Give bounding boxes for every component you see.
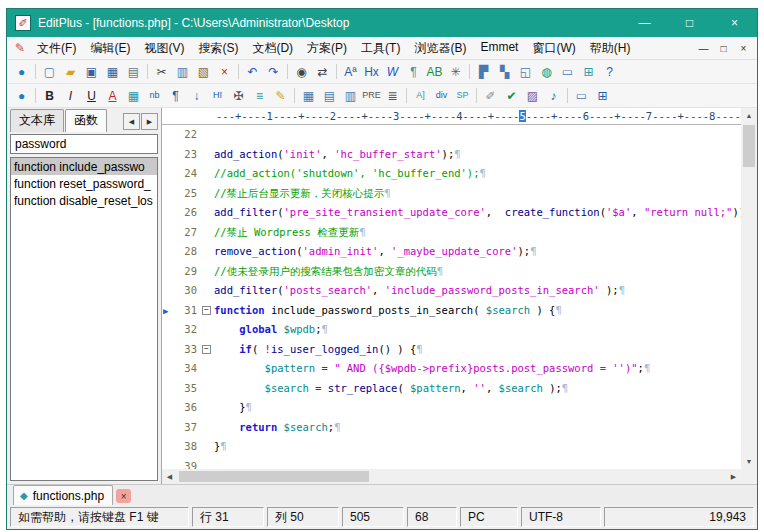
fold-collapse-icon[interactable]: −: [202, 306, 211, 315]
scroll-left-icon[interactable]: ◀: [162, 469, 177, 484]
edit-tag-icon[interactable]: ✎: [270, 86, 291, 106]
code-text[interactable]: return $search;¶: [214, 418, 741, 438]
menu-item[interactable]: 文件(F): [30, 37, 83, 60]
code-text[interactable]: add_filter('pre_site_transient_update_co…: [214, 203, 741, 223]
split-window-icon[interactable]: ▛: [473, 62, 494, 82]
div-tag-icon[interactable]: div: [431, 86, 452, 106]
window-list-icon[interactable]: ▚: [494, 62, 515, 82]
syntax-check-icon[interactable]: ✔: [501, 86, 522, 106]
vertical-scrollbar[interactable]: ▲ ▼: [741, 108, 757, 469]
tag-wrap-icon[interactable]: A]: [410, 86, 431, 106]
code-text[interactable]: //add_action('shutdown', 'hc_buffer_end'…: [214, 164, 741, 184]
image-tag-icon[interactable]: ▨: [522, 86, 543, 106]
cut-icon[interactable]: ✂: [151, 62, 172, 82]
code-text[interactable]: //使未登录用户的搜索结果包含加密文章的代码¶: [214, 262, 741, 282]
function-list-item[interactable]: function disable_reset_los: [11, 192, 157, 209]
minimize-button[interactable]: —: [622, 9, 667, 37]
menu-item[interactable]: 视图(V): [137, 37, 191, 60]
span-tag-icon[interactable]: SP: [452, 86, 473, 106]
column-ruler[interactable]: ---+----1----+----2----+----3----+----4-…: [162, 108, 741, 125]
paste-icon[interactable]: ▧: [193, 62, 214, 82]
menu-item[interactable]: 方案(P): [300, 37, 354, 60]
code-text[interactable]: $search = str_replace( $pattern, '', $se…: [214, 379, 741, 399]
replace-icon[interactable]: ⇄: [312, 62, 333, 82]
show-marks-icon[interactable]: ¶: [403, 62, 424, 82]
menu-item[interactable]: 编辑(E): [83, 37, 137, 60]
scroll-right-icon[interactable]: ▶: [726, 469, 741, 484]
open-folder-icon[interactable]: ▰: [60, 62, 81, 82]
paragraph-icon[interactable]: ¶: [165, 86, 186, 106]
find-icon[interactable]: ◉: [291, 62, 312, 82]
preferences-icon[interactable]: ✳: [445, 62, 466, 82]
vertical-scroll-track[interactable]: [741, 123, 757, 454]
code-text[interactable]: $pattern = " AND ({$wpdb->prefix}posts.p…: [214, 359, 741, 379]
function-list-item[interactable]: function reset_password_: [11, 175, 157, 192]
table-row-icon[interactable]: ▤: [319, 86, 340, 106]
menu-item[interactable]: 窗口(W): [525, 37, 582, 60]
delete-icon[interactable]: ×: [214, 62, 235, 82]
hex-view-icon[interactable]: Hx: [361, 62, 382, 82]
new-document-icon[interactable]: ▢: [39, 62, 60, 82]
print-icon[interactable]: ▤: [123, 62, 144, 82]
panel-toggle-icon[interactable]: ⊞: [578, 62, 599, 82]
word-wrap-icon[interactable]: W: [382, 62, 403, 82]
maximize-button[interactable]: □: [667, 9, 712, 37]
italic-icon[interactable]: I: [60, 86, 81, 106]
tab-scroll-right-icon[interactable]: ▶: [141, 113, 158, 130]
view-in-browser-icon[interactable]: ◍: [536, 62, 557, 82]
scroll-down-icon[interactable]: ▼: [741, 454, 757, 469]
redo-icon[interactable]: ↷: [263, 62, 284, 82]
table-insert-icon[interactable]: ▦: [298, 86, 319, 106]
close-button[interactable]: ×: [712, 9, 757, 37]
mdi-restore-icon[interactable]: □: [715, 41, 732, 56]
new-window-icon[interactable]: ◱: [515, 62, 536, 82]
horizontal-scroll-track[interactable]: [177, 469, 726, 484]
save-all-icon[interactable]: ▦: [102, 62, 123, 82]
mdi-close-icon[interactable]: ×: [735, 41, 752, 56]
connect-icon[interactable]: ●: [11, 62, 32, 82]
underline-icon[interactable]: U: [81, 86, 102, 106]
table-column-icon[interactable]: ▥: [340, 86, 361, 106]
document-tab-functions-php[interactable]: ◆ functions.php: [13, 485, 113, 505]
menu-item[interactable]: 文档(D): [245, 37, 300, 60]
script-icon[interactable]: ✐: [480, 86, 501, 106]
code-text[interactable]: [214, 125, 741, 145]
nbsp-icon[interactable]: nb: [144, 86, 165, 106]
code-text[interactable]: [214, 457, 741, 470]
code-area[interactable]: 2223add_action('init', 'hc_buffer_start'…: [162, 125, 741, 469]
fullscreen-icon[interactable]: ▭: [557, 62, 578, 82]
tab-functions[interactable]: 函数: [65, 109, 107, 132]
menu-item[interactable]: 工具(T): [354, 37, 407, 60]
browser-preview-icon[interactable]: ●: [11, 86, 32, 106]
uppercase-icon[interactable]: Aª: [340, 62, 361, 82]
form-tag-icon[interactable]: ▭: [571, 86, 592, 106]
code-text[interactable]: global $wpdb;¶: [214, 320, 741, 340]
function-search-input[interactable]: [10, 134, 158, 154]
tab-textlib[interactable]: 文本库: [10, 109, 64, 132]
code-text[interactable]: add_action('init', 'hc_buffer_start');¶: [214, 145, 741, 165]
pre-tag-icon[interactable]: PRE: [361, 86, 382, 106]
code-text[interactable]: }¶: [214, 437, 741, 457]
fold-collapse-icon[interactable]: −: [202, 345, 211, 354]
code-text[interactable]: //禁止后台显示更新，关闭核心提示¶: [214, 184, 741, 204]
hr-icon[interactable]: Hī: [207, 86, 228, 106]
menu-item[interactable]: 浏览器(B): [407, 37, 473, 60]
help-icon[interactable]: ?: [599, 62, 620, 82]
frame-tag-icon[interactable]: ⊞: [592, 86, 613, 106]
media-tag-icon[interactable]: ♪: [543, 86, 564, 106]
menu-item[interactable]: Emmet: [473, 37, 525, 60]
bold-icon[interactable]: B: [39, 86, 60, 106]
font-color-icon[interactable]: A: [102, 86, 123, 106]
list-icon[interactable]: ≡: [249, 86, 270, 106]
menu-item[interactable]: 帮助(H): [583, 37, 638, 60]
code-text[interactable]: if( !is_user_logged_in() ) {¶: [214, 340, 741, 360]
vertical-scroll-thumb[interactable]: [743, 125, 755, 167]
code-text[interactable]: function include_password_posts_in_searc…: [214, 301, 741, 321]
spell-check-icon[interactable]: AB: [424, 62, 445, 82]
code-text[interactable]: add_filter('posts_search', 'include_pass…: [214, 281, 741, 301]
horizontal-scroll-thumb[interactable]: [179, 471, 369, 482]
scroll-up-icon[interactable]: ▲: [741, 108, 757, 123]
code-text[interactable]: //禁止 Wordpress 检查更新¶: [214, 223, 741, 243]
align-icon[interactable]: ≣: [382, 86, 403, 106]
tab-scroll-left-icon[interactable]: ◀: [123, 113, 140, 130]
